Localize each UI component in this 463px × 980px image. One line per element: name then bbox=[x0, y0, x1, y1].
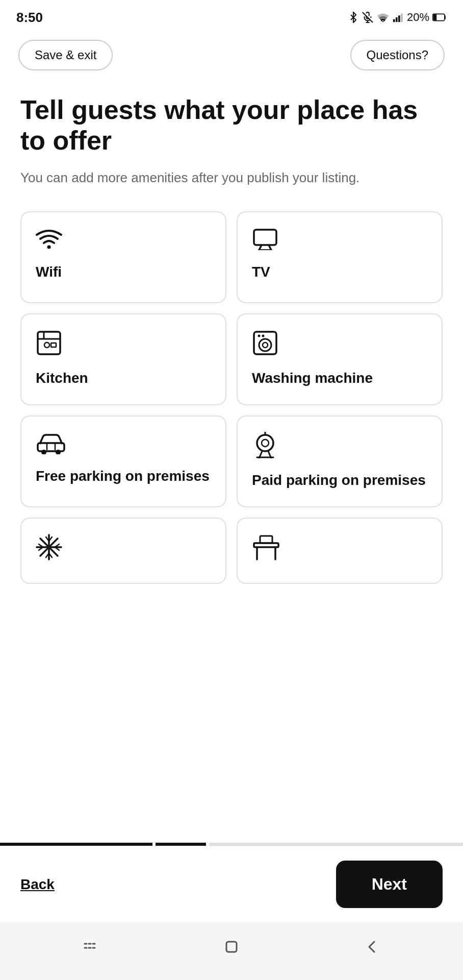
amenity-card-free-parking[interactable]: Free parking on premises bbox=[20, 415, 226, 507]
car-icon bbox=[36, 432, 211, 458]
back-button[interactable]: Back bbox=[20, 871, 55, 898]
amenity-label-paid-parking: Paid parking on premises bbox=[252, 471, 427, 489]
page-title: Tell guests what your place has to offer bbox=[20, 95, 443, 156]
paid-parking-icon bbox=[252, 432, 427, 462]
amenity-card-washing-machine[interactable]: Washing machine bbox=[237, 313, 443, 405]
amenity-label-tv: TV bbox=[252, 263, 427, 281]
amenity-card-workspace[interactable] bbox=[237, 518, 443, 584]
main-content: Tell guests what your place has to offer… bbox=[0, 80, 463, 843]
washer-icon bbox=[252, 330, 427, 360]
wifi-icon bbox=[36, 228, 211, 254]
svg-point-3 bbox=[382, 21, 383, 22]
tv-icon bbox=[252, 228, 427, 254]
mute-icon bbox=[362, 12, 373, 23]
status-bar: 8:50 20% bbox=[0, 0, 463, 31]
svg-point-22 bbox=[263, 342, 268, 348]
battery-icon bbox=[432, 12, 447, 23]
amenity-card-ac[interactable] bbox=[20, 518, 226, 584]
save-exit-button[interactable]: Save & exit bbox=[18, 40, 113, 70]
svg-point-23 bbox=[258, 334, 261, 337]
amenity-card-kitchen[interactable]: Kitchen bbox=[20, 313, 226, 405]
page-subtitle: You can add more amenities after you pub… bbox=[20, 168, 443, 187]
svg-rect-57 bbox=[226, 942, 237, 952]
svg-rect-19 bbox=[51, 343, 56, 347]
svg-point-30 bbox=[257, 435, 273, 451]
next-button[interactable]: Next bbox=[336, 861, 443, 908]
signal-bars-icon bbox=[393, 12, 404, 23]
amenity-label-kitchen: Kitchen bbox=[36, 369, 211, 387]
svg-point-21 bbox=[259, 339, 271, 351]
svg-rect-49 bbox=[260, 536, 272, 543]
android-back-button[interactable] bbox=[353, 933, 392, 965]
amenity-card-paid-parking[interactable]: Paid parking on premises bbox=[237, 415, 443, 507]
svg-rect-9 bbox=[433, 15, 436, 20]
svg-rect-6 bbox=[398, 15, 400, 22]
signal-wifi-icon bbox=[376, 12, 390, 23]
android-home-button[interactable] bbox=[212, 933, 251, 965]
status-icons: 20% bbox=[348, 11, 447, 24]
svg-point-31 bbox=[262, 439, 269, 447]
svg-rect-5 bbox=[396, 17, 398, 22]
svg-rect-11 bbox=[254, 230, 276, 245]
svg-point-24 bbox=[262, 334, 265, 337]
snowflake-icon bbox=[36, 534, 211, 564]
bottom-nav: Back Next bbox=[0, 846, 463, 922]
kitchen-icon bbox=[36, 330, 211, 360]
svg-rect-7 bbox=[401, 14, 403, 22]
amenity-card-tv[interactable]: TV bbox=[237, 211, 443, 303]
status-time: 8:50 bbox=[16, 10, 43, 26]
bluetooth-icon bbox=[348, 12, 359, 23]
amenity-label-washing-machine: Washing machine bbox=[252, 369, 427, 387]
svg-rect-4 bbox=[393, 19, 395, 22]
desk-icon bbox=[252, 534, 427, 564]
svg-point-18 bbox=[44, 342, 49, 348]
amenity-label-wifi: Wifi bbox=[36, 263, 211, 281]
android-nav-bar bbox=[0, 922, 463, 980]
android-menu-button[interactable] bbox=[71, 933, 110, 965]
svg-point-10 bbox=[47, 245, 51, 249]
top-nav: Save & exit Questions? bbox=[0, 31, 463, 80]
battery-percent: 20% bbox=[407, 11, 429, 24]
amenity-label-free-parking: Free parking on premises bbox=[36, 467, 211, 485]
questions-button[interactable]: Questions? bbox=[350, 40, 445, 70]
amenities-grid: Wifi TV bbox=[20, 211, 443, 604]
amenity-card-wifi[interactable]: Wifi bbox=[20, 211, 226, 303]
svg-rect-25 bbox=[38, 443, 64, 451]
